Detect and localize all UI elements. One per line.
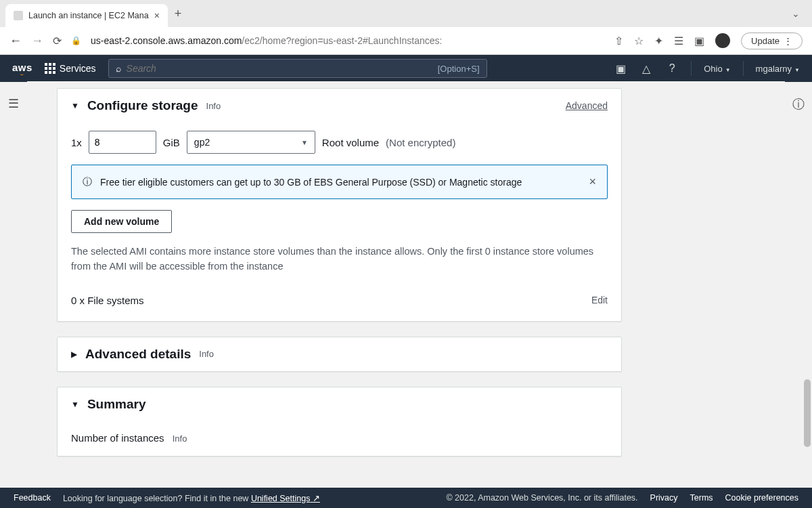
- root-volume-row: 1x GiB gp2 ▼ Root volume (Not encrypted): [71, 123, 608, 165]
- info-icon: ⓘ: [83, 176, 92, 188]
- panel-header: ▼ Summary: [58, 387, 621, 421]
- update-button[interactable]: Update ⋮: [741, 33, 803, 49]
- edit-link[interactable]: Edit: [591, 295, 608, 305]
- privacy-link[interactable]: Privacy: [650, 493, 678, 503]
- aws-top-nav: aws ⌣ Services ⌕ [Option+S] ▣ △ ? Ohio▼ …: [0, 55, 812, 82]
- volume-size-input[interactable]: [89, 131, 156, 154]
- external-link-icon: ↗: [313, 494, 320, 503]
- configure-storage-panel: ▼ Configure storage Info Advanced 1x GiB…: [57, 88, 622, 322]
- collapse-icon[interactable]: ▼: [71, 400, 79, 409]
- services-menu[interactable]: Services: [45, 63, 96, 74]
- left-rail: ☰: [0, 81, 27, 488]
- profile-avatar[interactable]: [715, 33, 730, 48]
- address-bar: ← → ⟳ 🔒 us-east-2.console.aws.amazon.com…: [0, 27, 812, 54]
- main-content: ▼ Configure storage Info Advanced 1x GiB…: [27, 81, 785, 488]
- search-box[interactable]: ⌕ [Option+S]: [108, 59, 487, 78]
- scrollbar-thumb[interactable]: [804, 379, 811, 447]
- aws-smile-icon: ⌣: [12, 73, 32, 76]
- tab-bar: Launch an instance | EC2 Mana × + ⌄: [0, 0, 812, 27]
- chevron-down-icon[interactable]: ⌄: [792, 8, 800, 19]
- notifications-icon[interactable]: △: [639, 62, 653, 75]
- file-systems-label: 0 x File systems: [71, 295, 144, 306]
- kebab-icon: ⋮: [784, 36, 792, 46]
- panel-title: Configure storage: [87, 98, 198, 113]
- num-instances-field: Number of instances Info: [71, 423, 608, 444]
- terms-link[interactable]: Terms: [690, 493, 713, 503]
- info-link[interactable]: Info: [199, 349, 214, 359]
- side-panel-icon[interactable]: ▣: [694, 35, 704, 47]
- panel-title: Summary: [87, 397, 146, 412]
- close-icon[interactable]: ×: [589, 175, 596, 189]
- hamburger-icon[interactable]: ☰: [8, 96, 19, 111]
- volume-type-select[interactable]: gp2 ▼: [187, 131, 315, 154]
- tab-favicon-icon: [14, 11, 23, 20]
- console-footer: Feedback Looking for language selection?…: [0, 488, 812, 508]
- panel-header: ▼ Configure storage Info Advanced: [58, 89, 621, 123]
- cloudshell-icon[interactable]: ▣: [614, 62, 627, 75]
- advanced-details-panel: ▶ Advanced details Info: [57, 337, 622, 372]
- share-icon[interactable]: ⇧: [614, 35, 623, 47]
- free-tier-banner: ⓘ Free tier eligible customers can get u…: [71, 165, 608, 199]
- lock-icon[interactable]: 🔒: [71, 36, 81, 45]
- dropdown-icon: ▼: [301, 139, 308, 146]
- help-icon[interactable]: ?: [665, 62, 679, 75]
- file-systems-row: 0 x File systems Edit: [71, 285, 608, 309]
- reading-list-icon[interactable]: ☰: [674, 35, 683, 47]
- unified-settings-link[interactable]: Unified Settings ↗: [251, 494, 320, 503]
- info-link[interactable]: Info: [206, 101, 221, 111]
- advanced-link[interactable]: Advanced: [566, 100, 608, 111]
- lang-hint: Looking for language selection? Find it …: [63, 493, 320, 503]
- star-icon[interactable]: ☆: [634, 35, 644, 47]
- grid-icon: [45, 63, 55, 74]
- summary-panel: ▼ Summary Number of instances Info: [57, 387, 622, 457]
- url-display[interactable]: us-east-2.console.aws.amazon.com/ec2/hom…: [91, 35, 605, 46]
- collapse-icon[interactable]: ▼: [71, 101, 79, 110]
- new-tab-button[interactable]: +: [175, 7, 182, 21]
- browser-chrome: Launch an instance | EC2 Mana × + ⌄ ← → …: [0, 0, 812, 55]
- extensions-icon[interactable]: ✦: [654, 35, 663, 47]
- info-icon[interactable]: ⓘ: [792, 96, 805, 488]
- size-unit: GiB: [163, 137, 180, 148]
- cookie-link[interactable]: Cookie preferences: [725, 493, 798, 503]
- panel-title: Advanced details: [85, 347, 191, 362]
- forward-button[interactable]: →: [31, 34, 43, 48]
- browser-tab[interactable]: Launch an instance | EC2 Mana ×: [5, 4, 168, 27]
- address-bar-right: ⇧ ☆ ✦ ☰ ▣ Update ⋮: [614, 33, 803, 49]
- search-input[interactable]: [127, 63, 432, 74]
- search-shortcut: [Option+S]: [438, 64, 480, 74]
- ami-note: The selected AMI contains more instance …: [71, 233, 608, 285]
- reload-button[interactable]: ⟳: [53, 35, 62, 47]
- volume-count: 1x: [71, 137, 82, 148]
- tab-title: Launch an instance | EC2 Mana: [28, 11, 149, 20]
- panel-header[interactable]: ▶ Advanced details Info: [58, 337, 621, 371]
- add-volume-button[interactable]: Add new volume: [71, 210, 172, 233]
- aws-logo[interactable]: aws ⌣: [12, 62, 32, 76]
- feedback-link[interactable]: Feedback: [14, 493, 51, 503]
- region-selector[interactable]: Ohio▼: [704, 64, 730, 74]
- encrypted-label: (Not encrypted): [386, 137, 455, 148]
- root-volume-label: Root volume: [322, 137, 379, 148]
- search-icon: ⌕: [116, 63, 121, 74]
- close-icon[interactable]: ×: [154, 10, 160, 21]
- info-link[interactable]: Info: [173, 433, 187, 444]
- expand-icon[interactable]: ▶: [71, 350, 77, 359]
- banner-text: Free tier eligible customers can get up …: [100, 177, 522, 188]
- copyright: © 2022, Amazon Web Services, Inc. or its…: [446, 493, 637, 503]
- back-button[interactable]: ←: [9, 34, 22, 48]
- account-menu[interactable]: mgalarny▼: [756, 64, 800, 74]
